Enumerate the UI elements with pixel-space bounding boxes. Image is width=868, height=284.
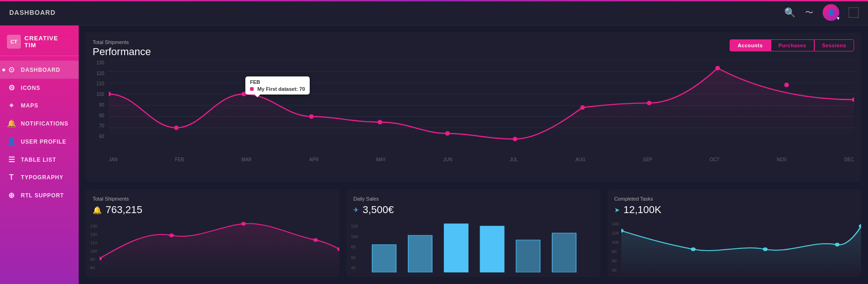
topbar-right: 🔍 〜 👤 ▾ — [784, 4, 859, 21]
stat-number-sales: 3,500€ — [362, 204, 393, 216]
mini-chart-shipments: 130 120 110 100 90 80 — [86, 221, 339, 277]
sidebar-item-rtl-support[interactable]: ⊕ RTL SUPPORT — [0, 186, 79, 204]
svg-rect-26 — [444, 224, 468, 272]
stat-card-shipments: Total Shipments 🔔 763,215 130 120 110 10… — [86, 189, 339, 277]
stat-label-sales: Daily Sales — [353, 196, 593, 202]
stat-value-shipments: 🔔 763,215 — [93, 204, 332, 216]
plane-icon: ✈ — [353, 206, 359, 214]
sidebar-item-dashboard[interactable]: ⊙ DASHBOARD — [0, 61, 79, 79]
avatar-initials: 👤 — [828, 9, 835, 16]
content-area: Total Shipments Performance Accounts Pur… — [79, 25, 868, 284]
performance-subtitle: Total Shipments — [93, 39, 151, 45]
svg-point-33 — [835, 243, 839, 246]
sidebar-item-label: TABLE LIST — [21, 157, 56, 163]
svg-rect-28 — [516, 240, 540, 272]
svg-point-15 — [647, 101, 651, 106]
stat-card-sales: Daily Sales ✈ 3,500€ 120 100 80 60 40 — [346, 189, 600, 277]
maps-icon: ⌖ — [7, 101, 16, 110]
tab-sessions[interactable]: Sessions — [814, 39, 854, 51]
notifications-icon: 🔔 — [7, 119, 16, 128]
sidebar-item-label: ICONS — [21, 85, 40, 91]
pulse-icon[interactable]: 〜 — [805, 7, 813, 18]
performance-chart-svg — [109, 60, 854, 141]
x-axis-labels: JAN FEB MAR APR MAY JUN JUL AUG SEP OCT … — [109, 157, 854, 162]
sidebar-item-table-list[interactable]: ☰ TABLE LIST — [0, 151, 79, 169]
svg-point-12 — [445, 131, 450, 136]
sidebar-item-label: DASHBOARD — [21, 67, 60, 73]
mini-svg-shipments — [100, 221, 339, 272]
svg-rect-27 — [480, 226, 504, 272]
sidebar-nav: ⊙ DASHBOARD ⚙ ICONS ⌖ MAPS 🔔 NOTIFICATIO… — [0, 61, 79, 204]
topbar: DASHBOARD 🔍 〜 👤 ▾ — [0, 0, 868, 25]
search-icon[interactable]: 🔍 — [784, 7, 796, 18]
user-icon: 👤 — [7, 137, 16, 146]
svg-rect-29 — [552, 233, 576, 272]
rtl-icon: ⊕ — [7, 191, 16, 200]
tab-purchases[interactable]: Purchases — [771, 39, 814, 51]
tab-group: Accounts Purchases Sessions — [730, 39, 854, 51]
window-button[interactable] — [849, 7, 859, 18]
table-icon: ☰ — [7, 155, 16, 164]
mini-chart-sales: 120 100 80 60 40 — [346, 221, 600, 277]
sidebar-item-maps[interactable]: ⌖ MAPS — [0, 97, 79, 114]
performance-title: Performance — [93, 46, 151, 58]
sidebar-item-label: TYPOGRAPHY — [21, 174, 63, 181]
svg-rect-24 — [372, 245, 396, 272]
svg-point-21 — [241, 222, 246, 226]
stat-card-tasks: Completed Tasks ➤ 12,100K 140 120 100 80… — [607, 189, 861, 277]
svg-point-20 — [169, 234, 174, 237]
sidebar-item-label: USER PROFILE — [21, 139, 66, 145]
arrow-icon: ➤ — [614, 206, 620, 214]
brand-name: CREATIVE TIM — [25, 35, 72, 49]
svg-point-22 — [313, 238, 318, 242]
svg-point-16 — [715, 66, 720, 70]
performance-chart-area: 130 120 110 100 90 80 70 60 — [93, 60, 854, 153]
stat-label-tasks: Completed Tasks — [614, 196, 854, 202]
avatar[interactable]: 👤 ▾ — [823, 4, 839, 21]
dashboard-icon: ⊙ — [7, 65, 16, 74]
mini-svg-tasks — [621, 221, 861, 275]
svg-point-32 — [762, 247, 767, 251]
sidebar-item-user-profile[interactable]: 👤 USER PROFILE — [0, 133, 79, 151]
mini-y-labels-tasks: 140 120 100 80 60 40 — [612, 221, 619, 272]
sidebar-item-icons[interactable]: ⚙ ICONS — [0, 79, 79, 97]
sidebar-brand: CT CREATIVE TIM — [0, 30, 79, 56]
sidebar-item-typography[interactable]: T TYPOGRAPHY — [0, 169, 79, 186]
svg-point-11 — [378, 120, 382, 125]
stat-value-tasks: ➤ 12,100K — [614, 204, 854, 216]
stat-label-shipments: Total Shipments — [93, 196, 332, 202]
icons-icon: ⚙ — [7, 83, 16, 92]
sidebar-item-label: NOTIFICATIONS — [21, 120, 69, 127]
typography-icon: T — [7, 173, 16, 182]
sidebar: CT CREATIVE TIM ⊙ DASHBOARD ⚙ ICONS ⌖ MA… — [0, 25, 79, 284]
topbar-title: DASHBOARD — [9, 9, 56, 16]
performance-card: Total Shipments Performance Accounts Pur… — [86, 32, 861, 182]
bottom-row: Total Shipments 🔔 763,215 130 120 110 10… — [86, 189, 861, 277]
stat-number-shipments: 763,215 — [106, 204, 143, 216]
sidebar-item-notifications[interactable]: 🔔 NOTIFICATIONS — [0, 114, 79, 133]
sidebar-item-label: MAPS — [21, 102, 38, 109]
svg-point-10 — [309, 114, 314, 119]
svg-point-31 — [691, 247, 695, 251]
svg-point-34 — [859, 224, 861, 228]
mini-y-labels-sales: 120 100 80 60 40 — [351, 224, 358, 270]
main-layout: CT CREATIVE TIM ⊙ DASHBOARD ⚙ ICONS ⌖ MA… — [0, 25, 868, 284]
mini-y-labels-shipments: 130 120 110 100 90 80 — [90, 224, 97, 270]
sidebar-item-label: RTL SUPPORT — [21, 192, 64, 199]
stat-number-tasks: 12,100K — [624, 204, 662, 216]
brand-ct-badge: CT — [7, 35, 21, 49]
svg-point-8 — [174, 126, 179, 130]
svg-point-14 — [580, 105, 585, 110]
svg-point-9 — [242, 92, 246, 96]
chevron-down-icon: ▾ — [837, 16, 839, 21]
bell-icon: 🔔 — [93, 206, 102, 215]
y-axis-labels: 130 120 110 100 90 80 70 60 — [93, 60, 106, 139]
svg-point-17 — [784, 83, 789, 88]
mini-svg-sales — [360, 221, 600, 272]
mini-chart-tasks: 140 120 100 80 60 40 — [607, 221, 861, 277]
tab-accounts[interactable]: Accounts — [730, 39, 770, 51]
svg-rect-25 — [408, 235, 432, 272]
performance-title-group: Total Shipments Performance — [93, 39, 151, 58]
performance-header: Total Shipments Performance Accounts Pur… — [93, 39, 854, 58]
stat-value-sales: ✈ 3,500€ — [353, 204, 593, 216]
